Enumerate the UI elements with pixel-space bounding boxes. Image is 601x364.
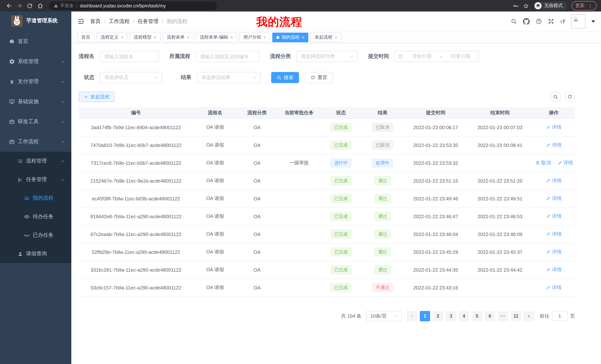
browser-back-button[interactable]	[4, 1, 13, 10]
table-row: 67c2eaab-7b9a-11ec-a290-acde48001122OA 请…	[79, 225, 575, 243]
more-pages-button[interactable]: ···	[498, 311, 508, 321]
pen-icon	[546, 232, 551, 237]
sidebar-item-done-task[interactable]: 已办任务	[0, 226, 71, 245]
sidebar-item-devtools[interactable]: 研发工具	[0, 112, 71, 132]
bookmark-star-icon[interactable]	[523, 3, 529, 9]
status-badge: 已完成	[331, 248, 351, 256]
github-icon[interactable]	[523, 18, 530, 25]
avatar[interactable]	[571, 14, 585, 29]
page-button-11[interactable]: 11	[511, 311, 521, 321]
process-category-label: 流程分类	[270, 53, 291, 60]
incognito-indicator[interactable]: 无痕模式	[533, 1, 567, 10]
breadcrumb-workflow[interactable]: 工作流程	[109, 18, 130, 25]
breadcrumb-separator: /	[133, 18, 134, 24]
search-icon	[553, 94, 558, 99]
sidebar-item-leave-query[interactable]: 请假查询	[0, 245, 71, 263]
refresh-table-button[interactable]	[565, 92, 575, 102]
breadcrumb-home[interactable]: 首页	[90, 18, 101, 25]
tab-bar: 首页 流程定义× 流程模型× 流程表单× 流程表单-编辑× 用户分组× 我的流程…	[71, 31, 601, 43]
next-page-button[interactable]: ›	[524, 311, 534, 321]
sidebar-fold-icon[interactable]	[77, 18, 84, 25]
sidebar-item-system[interactable]: 系统管理	[0, 52, 71, 72]
font-size-icon[interactable]: TT	[560, 19, 565, 24]
tab-my-process[interactable]: 我的流程×	[272, 32, 308, 42]
browser-update-button[interactable]: 更新	[572, 1, 597, 10]
detail-link[interactable]: 详情	[546, 142, 562, 148]
detail-link[interactable]: 详情	[557, 160, 573, 166]
page-button-2[interactable]: 2	[433, 311, 443, 321]
page-button-6[interactable]: 6	[485, 311, 495, 321]
sidebar-item-payment[interactable]: ¥ 支付管理	[0, 72, 71, 92]
page-button-5[interactable]: 5	[472, 311, 482, 321]
detail-link[interactable]: 详情	[546, 195, 562, 202]
security-indicator[interactable]: 不安全	[53, 3, 74, 9]
app-logo[interactable]: 芋道管理系统	[0, 11, 71, 30]
page-button-1[interactable]: 1	[420, 311, 430, 321]
prev-page-button[interactable]: ‹	[407, 311, 417, 321]
result-select[interactable]: 请选择流结果	[197, 72, 261, 83]
tab-process-form[interactable]: 流程表单×	[163, 32, 193, 42]
briefcase-icon	[9, 139, 15, 145]
show-search-button[interactable]	[551, 92, 561, 102]
detail-link[interactable]: 详情	[546, 177, 562, 184]
search-button[interactable]: 搜索	[271, 72, 299, 83]
sidebar-item-my-process[interactable]: 我的流程	[0, 189, 71, 207]
close-icon[interactable]: ×	[263, 35, 266, 40]
status-select[interactable]: 请选择状态	[100, 72, 162, 83]
browser-reload-button[interactable]	[25, 1, 34, 10]
current-task-link[interactable]: 一级审批	[277, 154, 321, 172]
sidebar-item-home[interactable]: 首页	[0, 31, 71, 52]
tab-start-process[interactable]: 发起流程×	[311, 32, 341, 42]
tab-process-model[interactable]: 流程模型×	[130, 32, 160, 42]
close-icon[interactable]: ×	[230, 35, 233, 40]
tab-process-form-edit[interactable]: 流程表单-编辑×	[196, 32, 237, 42]
detail-link[interactable]: 详情	[546, 124, 562, 131]
close-icon[interactable]: ×	[121, 35, 123, 40]
sidebar-item-process-mgmt[interactable]: 流程管理	[0, 152, 71, 170]
start-process-button[interactable]: 发起流程	[79, 92, 114, 102]
sidebar-item-task-mgmt[interactable]: 任务管理	[0, 170, 71, 189]
breadcrumb-task-mgmt[interactable]: 任务管理	[138, 18, 159, 25]
browser-forward-button[interactable]	[15, 1, 24, 10]
submit-time-range-picker[interactable]: 开始日期 - 结束日期	[394, 51, 479, 62]
detail-link[interactable]: 详情	[546, 284, 562, 291]
goto-page-input[interactable]	[552, 311, 568, 321]
process-name-input[interactable]	[100, 51, 159, 62]
page-button-3[interactable]: 3	[446, 311, 456, 321]
browser-menu-icon	[588, 3, 593, 8]
header-search-icon[interactable]	[511, 18, 517, 25]
tab-home[interactable]: 首页	[77, 32, 94, 42]
help-icon[interactable]	[536, 18, 542, 25]
page-button-4[interactable]: 4	[459, 311, 469, 321]
reset-button[interactable]: 重置	[305, 72, 333, 83]
process-category-select[interactable]: 请选择流程分类	[296, 51, 358, 62]
process-definition-input[interactable]	[195, 51, 260, 62]
sidebar-item-infra[interactable]: 基础设施	[0, 92, 71, 112]
close-icon[interactable]: ×	[154, 35, 156, 40]
page-size-select[interactable]: 10条/页	[366, 311, 402, 321]
fullscreen-icon[interactable]	[548, 18, 554, 25]
detail-link[interactable]: 详情	[546, 249, 562, 255]
close-icon[interactable]: ×	[302, 35, 304, 40]
tab-process-definition[interactable]: 流程定义×	[97, 32, 127, 42]
avatar-caret-icon[interactable]	[591, 20, 595, 22]
search-icon	[277, 75, 281, 80]
tab-user-group[interactable]: 用户分组×	[239, 32, 270, 42]
close-icon[interactable]: ×	[335, 35, 337, 40]
browser-home-button[interactable]	[36, 1, 45, 10]
breadcrumb-separator: /	[104, 18, 105, 24]
table-row: 7470a810-7b9b-11ec-b5b7-acde48001122OA 请…	[79, 136, 575, 154]
sidebar-item-workflow[interactable]: 工作流程	[0, 132, 71, 152]
detail-link[interactable]: 详情	[546, 231, 562, 238]
address-bar[interactable]: 不安全 dashboard.yudao.iocoder.cn/bpm/task/…	[49, 1, 217, 10]
close-icon[interactable]: ×	[187, 35, 190, 40]
pen-icon	[546, 214, 551, 219]
sidebar-item-todo-task[interactable]: 待办任务	[0, 207, 71, 226]
cancel-link[interactable]: 取消	[535, 160, 551, 166]
status-badge: 已完成	[331, 212, 351, 221]
password-key-icon[interactable]	[513, 3, 519, 9]
detail-link[interactable]: 详情	[546, 213, 562, 220]
detail-link[interactable]: 详情	[546, 266, 562, 273]
col-result: 结果	[361, 107, 404, 118]
chevron-down-icon	[60, 59, 65, 64]
